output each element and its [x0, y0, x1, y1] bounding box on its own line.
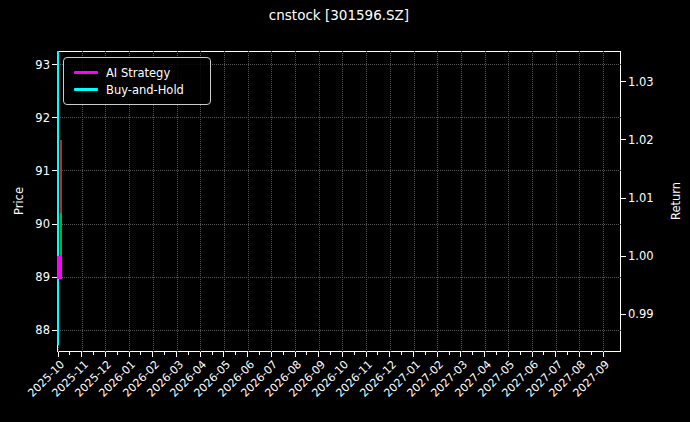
legend-item-buy-and-hold: Buy-and-Hold: [74, 81, 200, 98]
x-tick-minor: [401, 352, 402, 355]
gridline-horizontal: [57, 117, 621, 118]
chart-figure: cnstock [301596.SZ] Price Return AI Stra…: [0, 0, 690, 422]
buy-and-hold-line-swatch: [74, 88, 98, 91]
x-tick-major: [176, 352, 177, 357]
x-tick-minor: [449, 352, 450, 355]
series-strip-price-up-candles: [60, 213, 62, 258]
x-tick-major: [437, 352, 438, 357]
x-tick-major: [223, 352, 224, 357]
x-tick-minor: [69, 352, 70, 355]
x-tick-major: [58, 352, 59, 357]
y-tick-right: [621, 198, 626, 199]
gridline-vertical: [556, 51, 557, 352]
gridline-vertical: [342, 51, 343, 352]
price-tick-label: 91: [0, 163, 50, 179]
x-tick-minor: [472, 352, 473, 355]
x-tick-major: [603, 352, 604, 357]
gridline-vertical: [603, 51, 604, 352]
right-axis-label: Return: [669, 182, 683, 220]
x-tick-minor: [520, 352, 521, 355]
gridline-vertical: [248, 51, 249, 352]
gridline-vertical: [390, 51, 391, 352]
legend-label-buy-and-hold: Buy-and-Hold: [98, 83, 184, 97]
price-tick-label: 93: [0, 57, 50, 73]
x-tick-minor: [117, 352, 118, 355]
y-tick-right: [621, 256, 626, 257]
legend-label-ai-strategy: AI Strategy: [98, 66, 170, 80]
y-tick-left: [52, 117, 57, 118]
x-tick-major: [389, 352, 390, 357]
legend-item-ai-strategy: AI Strategy: [74, 64, 200, 81]
gridline-vertical: [414, 51, 415, 352]
x-tick-minor: [93, 352, 94, 355]
ai-strategy-line-swatch: [74, 71, 98, 74]
gridline-vertical: [224, 51, 225, 352]
return-tick-label: 1.00: [628, 248, 668, 264]
x-tick-major: [200, 352, 201, 357]
x-tick-minor: [212, 352, 213, 355]
price-tick-label: 90: [0, 216, 50, 232]
x-tick-major: [152, 352, 153, 357]
gridline-horizontal: [57, 277, 621, 278]
gridline-vertical: [485, 51, 486, 352]
gridline-horizontal: [57, 170, 621, 171]
series-strip-ai-strategy: [57, 256, 62, 279]
gridline-vertical: [579, 51, 580, 352]
gridline-vertical: [437, 51, 438, 352]
y-tick-left: [52, 64, 57, 65]
x-tick-minor: [188, 352, 189, 355]
x-tick-minor: [354, 352, 355, 355]
price-tick-label: 89: [0, 269, 50, 285]
x-tick-major: [484, 352, 485, 357]
x-tick-minor: [567, 352, 568, 355]
x-tick-minor: [591, 352, 592, 355]
gridline-vertical: [532, 51, 533, 352]
x-tick-minor: [377, 352, 378, 355]
return-tick-label: 1.03: [628, 74, 668, 90]
x-tick-minor: [259, 352, 260, 355]
legend: AI Strategy Buy-and-Hold: [63, 57, 211, 105]
x-tick-major: [129, 352, 130, 357]
x-tick-minor: [330, 352, 331, 355]
x-tick-minor: [496, 352, 497, 355]
gridline-vertical: [461, 51, 462, 352]
return-tick-label: 0.99: [628, 306, 668, 322]
x-tick-major: [366, 352, 367, 357]
chart-title: cnstock [301596.SZ]: [57, 7, 621, 23]
y-tick-left: [52, 330, 57, 331]
x-tick-minor: [283, 352, 284, 355]
x-tick-major: [247, 352, 248, 357]
x-tick-minor: [235, 352, 236, 355]
price-tick-label: 92: [0, 110, 50, 126]
x-tick-minor: [425, 352, 426, 355]
gridline-vertical: [366, 51, 367, 352]
y-tick-left: [52, 170, 57, 171]
x-tick-minor: [140, 352, 141, 355]
gridline-vertical: [319, 51, 320, 352]
x-tick-minor: [543, 352, 544, 355]
y-tick-right: [621, 139, 626, 140]
x-tick-major: [508, 352, 509, 357]
x-tick-major: [579, 352, 580, 357]
x-tick-major: [555, 352, 556, 357]
x-tick-major: [342, 352, 343, 357]
y-tick-right: [621, 314, 626, 315]
x-tick-major: [105, 352, 106, 357]
x-tick-minor: [164, 352, 165, 355]
y-tick-left: [52, 224, 57, 225]
x-tick-major: [81, 352, 82, 357]
gridline-vertical: [508, 51, 509, 352]
x-tick-major: [295, 352, 296, 357]
series-strip-price-down-candles: [60, 140, 62, 213]
gridline-horizontal: [57, 330, 621, 331]
gridline-horizontal: [57, 224, 621, 225]
gridline-vertical: [295, 51, 296, 352]
x-tick-minor: [306, 352, 307, 355]
y-tick-right: [621, 81, 626, 82]
return-tick-label: 1.01: [628, 190, 668, 206]
gridline-vertical: [271, 51, 272, 352]
x-tick-major: [532, 352, 533, 357]
x-tick-major: [318, 352, 319, 357]
price-tick-label: 88: [0, 322, 50, 338]
return-tick-label: 1.02: [628, 132, 668, 148]
